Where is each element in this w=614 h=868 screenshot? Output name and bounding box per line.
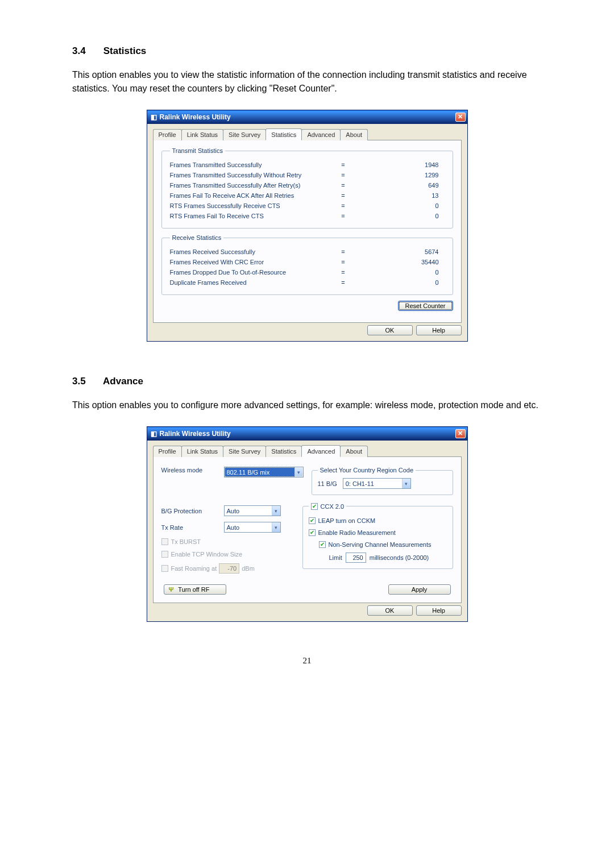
fast-roaming-checkbox[interactable]: Fast Roaming at [161, 565, 217, 572]
stat-value: 35440 [352, 259, 445, 265]
ccx-group: ✔ CCX 2.0 ✔ LEAP turn on CCKM [302, 502, 453, 569]
tab-about[interactable]: About [340, 446, 368, 457]
tab-statistics[interactable]: Statistics [265, 446, 302, 457]
app-icon: ◧ [151, 113, 157, 121]
stat-value: 0 [352, 202, 445, 209]
stat-label: Frames Dropped Due To Out-of-Resource [170, 269, 335, 276]
tx-rate-select[interactable]: Auto ▾ [224, 522, 281, 533]
tx-rate-value: Auto [227, 524, 240, 531]
ok-button[interactable]: OK [367, 605, 413, 616]
page-number: 21 [72, 656, 542, 666]
ok-button[interactable]: OK [367, 325, 413, 335]
bg-protection-value: Auto [227, 508, 240, 514]
stat-row: RTS Frames Fail To Receive CTS = 0 [170, 211, 445, 221]
tcp-window-label: Enable TCP Window Size [171, 551, 243, 558]
section-title: Statistics [103, 45, 147, 56]
tab-statistics[interactable]: Statistics [265, 128, 302, 140]
equals-sign: = [335, 172, 352, 178]
tab-profile[interactable]: Profile [153, 129, 182, 140]
tab-advanced[interactable]: Advanced [301, 445, 341, 457]
fast-roaming-label: Fast Roaming at [171, 565, 217, 572]
stat-value: 0 [352, 269, 445, 276]
stat-value: 1948 [352, 161, 445, 168]
checkbox-box-icon: ✔ [309, 517, 316, 524]
tab-link-status[interactable]: Link Status [181, 129, 223, 140]
stat-value: 649 [352, 182, 445, 189]
chevron-down-icon: ▾ [294, 467, 303, 477]
checkbox-box-icon: ✔ [319, 541, 326, 548]
statistics-dialog: ◧ Ralink Wireless Utility ✕ Profile Link… [147, 110, 468, 342]
stat-label: Frames Transmitted Successfully [170, 161, 335, 168]
tab-advanced[interactable]: Advanced [301, 129, 341, 140]
radio-measurement-checkbox[interactable]: ✔ Enable Radio Measurement [309, 529, 396, 536]
help-button[interactable]: Help [416, 605, 462, 616]
leap-label: LEAP turn on CCKM [318, 517, 376, 524]
stat-label: Frames Fail To Receive ACK After All Ret… [170, 192, 335, 199]
stat-row: Frames Transmitted Successfully = 1948 [170, 160, 445, 170]
close-icon[interactable]: ✕ [455, 113, 466, 122]
country-band-label: 11 B/G [318, 480, 337, 487]
tab-profile[interactable]: Profile [153, 446, 182, 457]
titlebar: ◧ Ralink Wireless Utility ✕ [147, 110, 467, 124]
non-serving-label: Non-Serving Channel Measurements [329, 541, 432, 548]
section-paragraph-advance: This option enables you to configure mor… [72, 398, 542, 412]
section-paragraph-statistics: This option enables you to view the stat… [72, 68, 542, 95]
antenna-icon: Ψ [169, 586, 177, 593]
country-region-select[interactable]: 0: CH1-11 ▾ [343, 478, 411, 489]
stat-row: Frames Transmitted Successfully After Re… [170, 180, 445, 190]
turn-off-rf-button[interactable]: Ψ Turn off RF [164, 584, 226, 595]
country-region-value: 0: CH1-11 [346, 480, 374, 487]
advance-dialog: ◧ Ralink Wireless Utility ✕ Profile Link… [147, 426, 468, 622]
limit-unit: milliseconds (0-2000) [370, 554, 429, 561]
window-title: Ralink Wireless Utility [160, 113, 231, 121]
tab-link-status[interactable]: Link Status [181, 446, 223, 457]
apply-button[interactable]: Apply [388, 584, 451, 595]
ccx-checkbox[interactable]: ✔ CCX 2.0 [311, 503, 345, 510]
checkbox-box-icon: ✔ [311, 503, 318, 510]
stat-value: 5674 [352, 248, 445, 255]
turn-off-rf-label: Turn off RF [178, 586, 209, 593]
bg-protection-label: B/G Protection [161, 508, 224, 514]
chevron-down-icon: ▾ [272, 506, 280, 516]
close-icon[interactable]: ✕ [455, 429, 466, 438]
stat-row: Frames Transmitted Successfully Without … [170, 170, 445, 180]
country-region-group: Select Your Country Region Code 11 B/G 0… [312, 467, 453, 495]
wireless-mode-value: 802.11 B/G mix [227, 469, 270, 476]
non-serving-checkbox[interactable]: ✔ Non-Serving Channel Measurements [319, 541, 432, 548]
tab-about[interactable]: About [340, 129, 368, 140]
app-icon: ◧ [151, 430, 157, 438]
stat-label: RTS Frames Fail To Receive CTS [170, 213, 335, 219]
checkbox-box-icon [161, 538, 168, 545]
equals-sign: = [335, 182, 352, 189]
tab-site-survey[interactable]: Site Survey [223, 129, 266, 140]
checkbox-box-icon [161, 551, 168, 558]
stat-row: RTS Frames Successfully Receive CTS = 0 [170, 201, 445, 211]
wireless-mode-label: Wireless mode [161, 467, 224, 474]
equals-sign: = [335, 279, 352, 286]
tab-strip: Profile Link Status Site Survey Statisti… [153, 446, 462, 457]
advanced-panel: Wireless mode 802.11 B/G mix ▾ Select Yo… [153, 456, 462, 603]
stat-label: RTS Frames Successfully Receive CTS [170, 202, 335, 209]
tcp-window-checkbox[interactable]: Enable TCP Window Size [161, 551, 243, 558]
wireless-mode-select[interactable]: 802.11 B/G mix ▾ [224, 467, 304, 477]
bg-protection-select[interactable]: Auto ▾ [224, 505, 281, 516]
ccx-legend: CCX 2.0 [321, 503, 345, 510]
tx-burst-label: Tx BURST [171, 538, 201, 545]
limit-input[interactable]: 250 [346, 553, 366, 563]
stat-label: Frames Received With CRC Error [170, 259, 335, 265]
stat-value: 0 [352, 213, 445, 219]
checkbox-box-icon [161, 565, 168, 572]
tx-burst-checkbox[interactable]: Tx BURST [161, 538, 201, 545]
section-heading-statistics: 3.4 Statistics [72, 45, 542, 57]
tab-site-survey[interactable]: Site Survey [223, 446, 266, 457]
reset-counter-button[interactable]: Reset Counter [398, 301, 453, 311]
stat-label: Frames Received Successfully [170, 248, 335, 255]
fast-roaming-input[interactable]: -70 [219, 563, 239, 574]
stat-row: Duplicate Frames Received = 0 [170, 277, 445, 288]
leap-checkbox[interactable]: ✔ LEAP turn on CCKM [309, 517, 376, 524]
titlebar: ◧ Ralink Wireless Utility ✕ [147, 427, 467, 441]
help-button[interactable]: Help [416, 325, 462, 335]
stat-row: Frames Received Successfully = 5674 [170, 247, 445, 257]
limit-label: Limit [329, 554, 342, 561]
equals-sign: = [335, 192, 352, 199]
